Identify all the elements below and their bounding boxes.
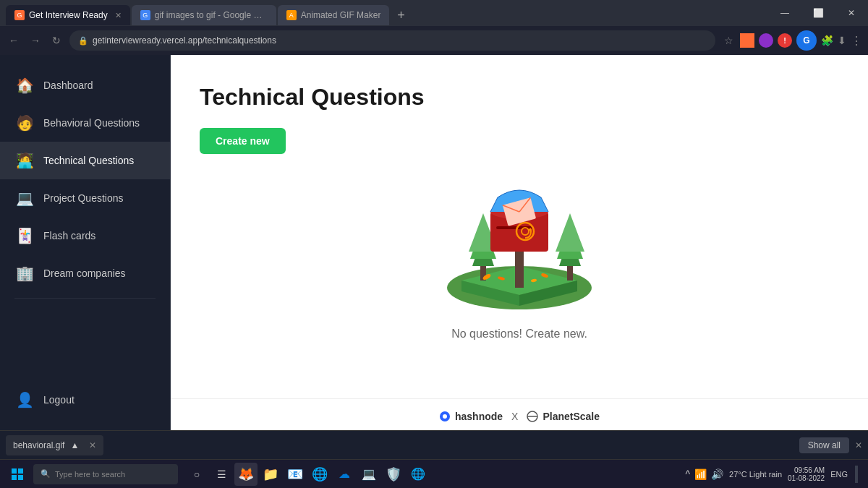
sidebar-label-flashcards: Flash cards [43, 230, 95, 241]
nav-divider [14, 298, 156, 299]
download-icon[interactable]: ⬇ [838, 35, 846, 46]
taskbar-app-firefox[interactable]: 🦊 [234, 463, 258, 486]
extension-icon[interactable]: 🧩 [821, 35, 833, 46]
planetscale-label: PlanetScale [542, 411, 600, 422]
svg-rect-12 [515, 248, 524, 288]
sidebar-item-flashcards[interactable]: 🃏 Flash cards [0, 217, 170, 254]
taskbar-app-chrome[interactable]: 🌐 [407, 463, 430, 486]
page-title: Technical Questions [200, 84, 425, 111]
taskbar-app-cortana[interactable]: ○ [185, 463, 208, 486]
download-filename: behavioral.gif [13, 440, 64, 450]
bookmark-button[interactable]: ☆ [721, 33, 736, 48]
app-area: 🏠 Dashboard 🧑 Behavioral Questions 🧑‍💻 T… [0, 55, 868, 430]
hashnode-logo: hashnode [439, 411, 503, 422]
sidebar-label-technical: Technical Questions [43, 155, 134, 166]
window-controls: — ⬜ ✕ [768, 0, 868, 26]
url-input[interactable]: 🔒 getinterviewready.vercel.app/technical… [69, 30, 715, 51]
sidebar-item-logout[interactable]: 👤 Logout [0, 381, 170, 419]
create-new-button[interactable]: Create new [200, 128, 286, 154]
sidebar-label-dream: Dream companies [43, 267, 126, 279]
behavioral-icon: 🧑 [14, 113, 35, 133]
reload-button[interactable]: ↻ [49, 33, 64, 48]
taskbar-app-mail[interactable]: 📧 [284, 463, 307, 486]
account-icon[interactable]: G [796, 30, 817, 51]
tray-datetime: 09:56 AM 01-08-2022 [788, 466, 825, 482]
tray-wifi[interactable]: 📶 [694, 468, 707, 480]
alert-icon[interactable]: ! [778, 33, 792, 48]
taskbar-apps: ○ ☰ 🦊 📁 📧 🌐 ☁ 💻 🛡️ 🌐 [179, 463, 435, 486]
download-item: behavioral.gif ▲ ✕ [6, 435, 103, 455]
dream-icon: 🏢 [14, 263, 35, 283]
sidebar-label-behavioral: Behavioral Questions [43, 117, 140, 129]
tab-1[interactable]: G Get Interview Ready ✕ [6, 5, 130, 25]
taskbar-search[interactable]: 🔍 Type here to search [33, 464, 178, 484]
tray-volume[interactable]: 🔊 [711, 468, 723, 480]
back-button[interactable]: ← [6, 33, 22, 48]
show-all-button[interactable]: Show all [799, 437, 849, 453]
sidebar-item-behavioral[interactable]: 🧑 Behavioral Questions [0, 104, 170, 142]
project-icon: 💻 [14, 188, 35, 208]
close-button[interactable]: ✕ [835, 0, 868, 26]
tab-3[interactable]: A Animated GIF Maker [278, 5, 390, 25]
system-tray: ^ 📶 🔊 27°C Light rain 09:56 AM 01-08-202… [680, 466, 865, 483]
svg-rect-30 [18, 468, 23, 474]
content-area: Technical Questions Create new [171, 55, 868, 398]
tray-notifications[interactable] [855, 466, 858, 483]
hashnode-icon [439, 411, 451, 422]
empty-state-text: No questions! Create new. [451, 328, 587, 341]
download-chevron[interactable]: ▲ [70, 440, 79, 450]
empty-illustration [418, 154, 621, 313]
main-content: Technical Questions Create new [171, 55, 868, 430]
lock-icon: 🔒 [78, 36, 88, 46]
sidebar-item-project[interactable]: 💻 Project Questions [0, 179, 170, 217]
weather-info: 27°C Light rain [729, 470, 782, 479]
svg-rect-31 [12, 475, 17, 480]
footer-x: X [511, 411, 518, 422]
forward-button[interactable]: → [27, 33, 43, 48]
tab-1-label: Get Interview Ready [29, 10, 108, 20]
tab-2[interactable]: G gif images to gif - Google Search [132, 5, 276, 25]
sidebar-item-technical[interactable]: 🧑‍💻 Technical Questions [0, 142, 170, 179]
sidebar-label-dashboard: Dashboard [43, 80, 93, 91]
taskbar-app-taskview[interactable]: ☰ [210, 463, 233, 486]
start-button[interactable] [3, 460, 32, 489]
tab-2-label: gif images to gif - Google Search [155, 10, 268, 20]
taskbar-app-brave[interactable]: 🛡️ [382, 463, 405, 486]
url-text: getinterviewready.vercel.app/technicalqu… [93, 35, 276, 46]
tray-date: 01-08-2022 [788, 474, 825, 482]
sidebar-item-dream[interactable]: 🏢 Dream companies [0, 254, 170, 292]
profile-icon[interactable] [740, 33, 754, 48]
sidebar-item-dashboard[interactable]: 🏠 Dashboard [0, 67, 170, 104]
tray-arrow[interactable]: ^ [686, 468, 691, 480]
tray-time: 09:56 AM [788, 466, 825, 474]
search-placeholder: Type here to search [55, 470, 125, 479]
browser-chrome: G Get Interview Ready ✕ G gif images to … [0, 0, 868, 55]
minimize-button[interactable]: — [768, 0, 801, 26]
vpn-icon[interactable] [759, 33, 773, 48]
tray-lang: ENG [830, 470, 848, 479]
download-close-button[interactable]: ✕ [89, 440, 96, 450]
sidebar-label-project: Project Questions [43, 192, 124, 204]
tab-1-close[interactable]: ✕ [115, 11, 122, 20]
download-bar: behavioral.gif ▲ ✕ Show all ✕ [0, 430, 868, 459]
planetscale-icon [527, 411, 538, 422]
taskbar-close-button[interactable]: ✕ [855, 440, 862, 450]
empty-state: No questions! Create new. [200, 154, 839, 369]
sidebar-label-logout: Logout [43, 394, 75, 406]
taskbar-app-vscode[interactable]: 💻 [357, 463, 380, 486]
search-icon: 🔍 [41, 469, 51, 479]
flashcards-icon: 🃏 [14, 226, 35, 246]
nav-spacer [0, 304, 170, 381]
taskbar-app-onedrive[interactable]: ☁ [333, 463, 356, 486]
taskbar-app-files[interactable]: 📁 [259, 463, 282, 486]
planetscale-logo: PlanetScale [527, 411, 600, 422]
browser-actions: ☆ ! G 🧩 ⬇ ⋮ [721, 30, 862, 51]
maximize-button[interactable]: ⬜ [801, 0, 835, 26]
taskbar-app-edge[interactable]: 🌐 [308, 463, 331, 486]
svg-rect-32 [18, 475, 23, 480]
dashboard-icon: 🏠 [14, 75, 35, 95]
menu-icon[interactable]: ⋮ [851, 34, 862, 48]
logout-icon: 👤 [14, 390, 35, 410]
new-tab-button[interactable]: + [391, 5, 411, 25]
content-footer: hashnode X PlanetScale [171, 398, 868, 430]
